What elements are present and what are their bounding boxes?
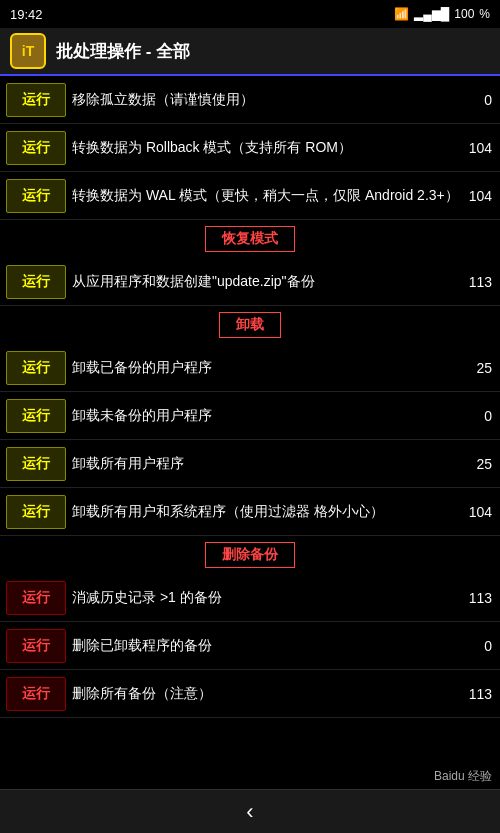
run-button[interactable]: 运行 — [6, 351, 66, 385]
list-item: 运行删除已卸载程序的备份0 — [0, 622, 500, 670]
row-count: 113 — [469, 274, 500, 290]
list-item: 运行卸载所有用户程序25 — [0, 440, 500, 488]
wifi-icon: 📶 — [394, 7, 409, 21]
signal-icon: ▂▄▆█ — [414, 7, 449, 21]
page-title: 批处理操作 - 全部 — [56, 40, 190, 63]
run-button[interactable]: 运行 — [6, 677, 66, 711]
run-button[interactable]: 运行 — [6, 83, 66, 117]
status-right: 📶 ▂▄▆█ 100 % — [394, 7, 490, 21]
section-header: 删除备份 — [0, 536, 500, 574]
run-button[interactable]: 运行 — [6, 265, 66, 299]
battery-icon: % — [479, 7, 490, 21]
row-count: 25 — [470, 360, 500, 376]
row-count: 0 — [470, 92, 500, 108]
row-count: 0 — [470, 408, 500, 424]
list-item: 运行从应用程序和数据创建"update.zip"备份113 — [0, 258, 500, 306]
status-bar: 19:42 📶 ▂▄▆█ 100 % — [0, 0, 500, 28]
row-description: 从应用程序和数据创建"update.zip"备份 — [72, 272, 469, 292]
run-button[interactable]: 运行 — [6, 629, 66, 663]
app-icon: iT — [10, 33, 46, 69]
row-count: 113 — [469, 590, 500, 606]
row-description: 转换数据为 Rollback 模式（支持所有 ROM） — [72, 138, 469, 158]
row-description: 移除孤立数据（请谨慎使用） — [72, 90, 470, 110]
row-count: 104 — [469, 188, 500, 204]
run-button[interactable]: 运行 — [6, 581, 66, 615]
list-item: 运行转换数据为 WAL 模式（更快，稍大一点，仅限 Android 2.3+）1… — [0, 172, 500, 220]
row-description: 卸载已备份的用户程序 — [72, 358, 470, 378]
list-item: 运行消减历史记录 >1 的备份113 — [0, 574, 500, 622]
row-description: 卸载未备份的用户程序 — [72, 406, 470, 426]
list-item: 运行卸载所有用户和系统程序（使用过滤器 格外小心）104 — [0, 488, 500, 536]
row-description: 转换数据为 WAL 模式（更快，稍大一点，仅限 Android 2.3+） — [72, 186, 469, 206]
row-description: 消减历史记录 >1 的备份 — [72, 588, 469, 608]
title-bar: iT 批处理操作 - 全部 — [0, 28, 500, 76]
row-description: 卸载所有用户程序 — [72, 454, 470, 474]
row-count: 104 — [469, 140, 500, 156]
section-label: 卸载 — [219, 312, 281, 338]
row-description: 卸载所有用户和系统程序（使用过滤器 格外小心） — [72, 502, 469, 522]
list-item: 运行移除孤立数据（请谨慎使用）0 — [0, 76, 500, 124]
section-label: 恢复模式 — [205, 226, 295, 252]
run-button[interactable]: 运行 — [6, 131, 66, 165]
run-button[interactable]: 运行 — [6, 447, 66, 481]
list-item: 运行转换数据为 Rollback 模式（支持所有 ROM）104 — [0, 124, 500, 172]
run-button[interactable]: 运行 — [6, 495, 66, 529]
back-button[interactable]: ‹ — [246, 799, 253, 825]
run-button[interactable]: 运行 — [6, 179, 66, 213]
run-button[interactable]: 运行 — [6, 399, 66, 433]
row-description: 删除所有备份（注意） — [72, 684, 469, 704]
row-count: 113 — [469, 686, 500, 702]
section-header: 卸载 — [0, 306, 500, 344]
row-description: 删除已卸载程序的备份 — [72, 636, 470, 656]
watermark: Baidu 经验 — [426, 764, 500, 789]
section-label: 删除备份 — [205, 542, 295, 568]
list-item: 运行删除所有备份（注意）113 — [0, 670, 500, 718]
row-count: 104 — [469, 504, 500, 520]
nav-bar: ‹ — [0, 789, 500, 833]
row-count: 25 — [470, 456, 500, 472]
list-item: 运行卸载未备份的用户程序0 — [0, 392, 500, 440]
list-item: 运行卸载已备份的用户程序25 — [0, 344, 500, 392]
row-count: 0 — [470, 638, 500, 654]
content-area: 运行移除孤立数据（请谨慎使用）0运行转换数据为 Rollback 模式（支持所有… — [0, 76, 500, 789]
status-time: 19:42 — [10, 7, 43, 22]
section-header: 恢复模式 — [0, 220, 500, 258]
battery-text: 100 — [454, 7, 474, 21]
